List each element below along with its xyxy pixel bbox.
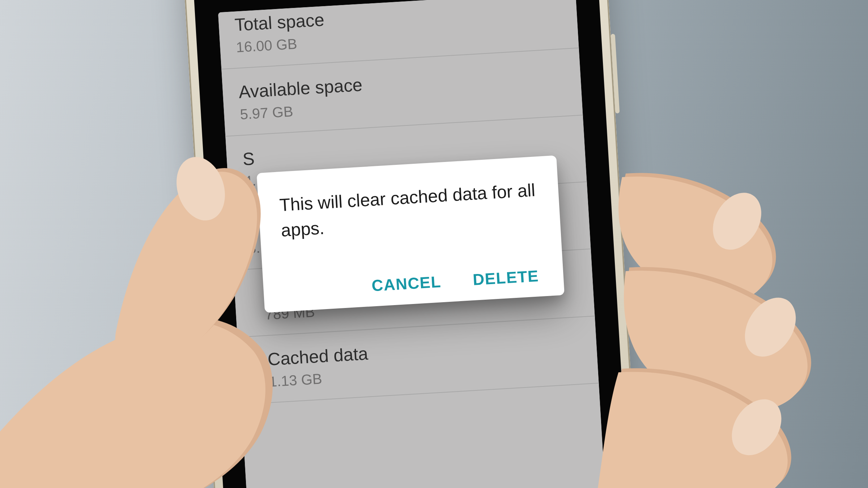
svg-point-2 <box>735 288 806 366</box>
delete-button[interactable]: DELETE <box>472 267 539 289</box>
cancel-button[interactable]: CANCEL <box>371 273 442 295</box>
phone-bezel: Total space 16.00 GB Available space 5.9… <box>191 0 638 488</box>
dialog-message: This will clear cached data for all apps… <box>279 177 540 243</box>
svg-point-1 <box>703 184 771 258</box>
phone-shell: Total space 16.00 GB Available space 5.9… <box>180 0 648 488</box>
phone-screen: Total space 16.00 GB Available space 5.9… <box>218 0 610 488</box>
dialog-button-row: CANCEL DELETE <box>284 267 543 300</box>
clear-cache-dialog: This will clear cached data for all apps… <box>256 155 564 313</box>
svg-point-3 <box>722 390 791 465</box>
photo-stage: Total space 16.00 GB Available space 5.9… <box>0 0 868 488</box>
